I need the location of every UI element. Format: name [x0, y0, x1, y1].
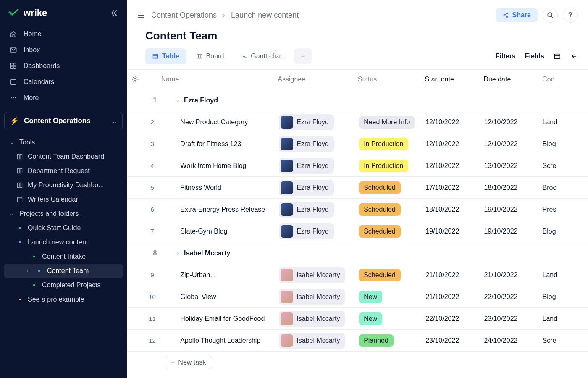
status-cell[interactable]: In Production	[359, 160, 425, 172]
status-cell[interactable]: Scheduled	[359, 203, 425, 216]
tree-group-tools[interactable]: ⌄ Tools	[4, 135, 123, 150]
breadcrumb-item[interactable]: Launch new content	[231, 11, 299, 20]
content-type[interactable]: Blog	[543, 293, 588, 301]
expand-icon[interactable]	[554, 52, 561, 60]
search-button[interactable]	[543, 8, 558, 23]
tree-item-content-team-dashboard[interactable]: Content Team Dashboard	[4, 150, 123, 164]
tab-table[interactable]: Table	[145, 48, 186, 64]
fields-button[interactable]: Fields	[525, 52, 544, 60]
start-date[interactable]: 12/10/2022	[425, 162, 484, 170]
arrow-icon[interactable]	[570, 52, 578, 60]
due-date[interactable]: 13/10/2022	[484, 162, 542, 170]
due-date[interactable]: 24/10/2022	[484, 337, 542, 344]
tree-item-quick-start[interactable]: ▪Quick Start Guide	[4, 221, 123, 235]
task-name[interactable]: Holiday Email for GoodFood	[161, 315, 279, 323]
group-row[interactable]: 1 ›Ezra Floyd	[127, 89, 588, 111]
task-name[interactable]: New Product Category	[161, 118, 279, 126]
task-name[interactable]: Apollo Thought Leadership	[161, 337, 279, 344]
content-type[interactable]: Land	[543, 315, 588, 323]
sidebar-collapse-icon[interactable]	[110, 9, 118, 17]
col-header-due[interactable]: Due date	[483, 76, 542, 83]
due-date[interactable]: 18/10/2022	[484, 184, 542, 192]
task-name[interactable]: Slate-Gym Blog	[161, 228, 279, 235]
nav-more[interactable]: More	[4, 90, 123, 106]
content-type[interactable]: Land	[543, 118, 588, 126]
new-task-button[interactable]: + New task	[165, 356, 212, 369]
start-date[interactable]: 18/10/2022	[425, 206, 484, 213]
assignee-cell[interactable]: Ezra Floyd	[279, 136, 359, 152]
col-header-name[interactable]: Name	[161, 76, 278, 83]
table-row[interactable]: 11 Holiday Email for GoodFood Isabel Mcc…	[127, 308, 588, 330]
breadcrumb-item[interactable]: Content Operations	[151, 11, 217, 20]
due-date[interactable]: 12/10/2022	[484, 118, 542, 126]
start-date[interactable]: 23/10/2022	[425, 337, 484, 344]
due-date[interactable]: 22/10/2022	[484, 293, 542, 301]
assignee-cell[interactable]: Ezra Floyd	[279, 180, 359, 196]
nav-calendars[interactable]: Calendars	[4, 74, 123, 90]
table-row[interactable]: 7 Slate-Gym Blog Ezra Floyd Scheduled 19…	[127, 220, 588, 242]
due-date[interactable]: 21/10/2022	[484, 271, 542, 279]
task-name[interactable]: Zip-Urban...	[161, 271, 279, 279]
nav-dashboards[interactable]: Dashboards	[4, 58, 123, 74]
start-date[interactable]: 12/10/2022	[425, 140, 484, 148]
table-row[interactable]: 12 Apollo Thought Leadership Isabel Mcca…	[127, 330, 588, 352]
tree-item-completed-projects[interactable]: ▪Completed Projects	[4, 278, 123, 292]
status-cell[interactable]: Scheduled	[359, 225, 425, 238]
content-type[interactable]: Land	[543, 271, 588, 279]
assignee-cell[interactable]: Ezra Floyd	[279, 114, 359, 130]
help-button[interactable]: ?	[563, 8, 578, 23]
filters-button[interactable]: Filters	[496, 52, 516, 60]
add-view-button[interactable]: +	[294, 48, 312, 64]
task-name[interactable]: Extra-Energy Press Release	[161, 206, 279, 213]
tab-gantt[interactable]: Gantt chart	[234, 48, 291, 64]
tree-item-launch-new-content[interactable]: ▪Launch new content	[4, 235, 123, 249]
content-type[interactable]: Blog	[543, 140, 588, 148]
start-date[interactable]: 21/10/2022	[425, 271, 484, 279]
content-type[interactable]: Broc	[543, 184, 588, 192]
table-row[interactable]: 3 Draft for Fitness 123 Ezra Floyd In Pr…	[127, 133, 588, 155]
hamburger-icon[interactable]	[137, 11, 145, 19]
content-type[interactable]: Scre	[543, 162, 588, 170]
table-row[interactable]: 5 Fitness World Ezra Floyd Scheduled 17/…	[127, 177, 588, 199]
status-cell[interactable]: New	[359, 312, 425, 325]
task-name[interactable]: Draft for Fitness 123	[161, 140, 279, 148]
status-cell[interactable]: Scheduled	[359, 269, 425, 281]
start-date[interactable]: 12/10/2022	[425, 118, 484, 126]
due-date[interactable]: 19/10/2022	[484, 206, 542, 213]
col-header-status[interactable]: Status	[358, 76, 425, 83]
nav-home[interactable]: Home	[4, 26, 123, 42]
space-selector[interactable]: ⚡ Content Operations ⌄	[4, 112, 123, 130]
assignee-cell[interactable]: Isabel Mccarty	[279, 267, 359, 283]
start-date[interactable]: 21/10/2022	[425, 293, 484, 301]
content-type[interactable]: Scre	[543, 337, 588, 344]
assignee-cell[interactable]: Isabel Mccarty	[279, 289, 359, 305]
tree-item-writers-calendar[interactable]: Writers Calendar	[4, 192, 123, 207]
status-cell[interactable]: In Production	[359, 138, 425, 150]
col-header-start[interactable]: Start date	[425, 76, 484, 83]
col-header-content[interactable]: Con	[542, 76, 588, 83]
assignee-cell[interactable]: Isabel Mccarty	[279, 333, 359, 349]
tab-board[interactable]: Board	[189, 48, 231, 64]
nav-inbox[interactable]: Inbox	[4, 42, 123, 58]
brand-logo[interactable]: wrike	[8, 8, 47, 18]
table-row[interactable]: 9 Zip-Urban... Isabel Mccarty Scheduled …	[127, 264, 588, 286]
table-row[interactable]: 2 New Product Category Ezra Floyd Need M…	[127, 111, 588, 133]
assignee-cell[interactable]: Ezra Floyd	[279, 158, 359, 174]
task-name[interactable]: Work from Home Blog	[161, 162, 279, 170]
table-row[interactable]: 10 Global View Isabel Mccarty New 21/10/…	[127, 286, 588, 308]
status-cell[interactable]: Need More Info	[359, 116, 425, 129]
start-date[interactable]: 22/10/2022	[425, 315, 484, 323]
task-name[interactable]: Global View	[161, 293, 279, 301]
tree-item-department-request[interactable]: Department Request	[4, 164, 123, 178]
tree-item-productivity-dashboard[interactable]: My Productivity Dashbo...	[4, 178, 123, 192]
status-cell[interactable]: Scheduled	[359, 181, 425, 194]
status-cell[interactable]: Planned	[359, 334, 425, 347]
tree-group-projects[interactable]: ⌄ Projects and folders	[4, 207, 123, 221]
assignee-cell[interactable]: Ezra Floyd	[279, 202, 359, 218]
start-date[interactable]: 17/10/2022	[425, 184, 484, 192]
gear-icon[interactable]	[127, 76, 144, 83]
due-date[interactable]: 12/10/2022	[484, 140, 542, 148]
tree-item-content-intake[interactable]: ▪Content Intake	[4, 249, 123, 264]
start-date[interactable]: 19/10/2022	[425, 228, 484, 235]
content-type[interactable]: Pres	[543, 206, 588, 213]
